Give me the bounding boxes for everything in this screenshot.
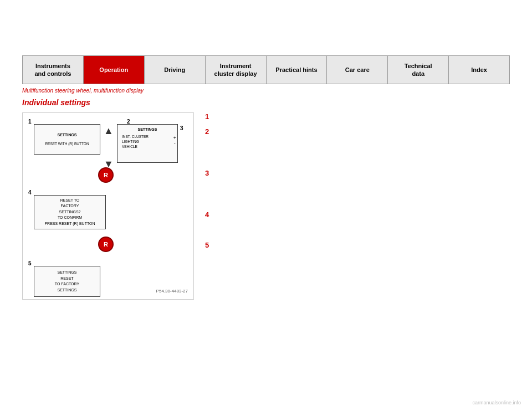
diagram-box: 1 SETTINGS RESET WITH (R) BUTTON 2 ▲ SET… bbox=[22, 112, 194, 300]
screen-1: SETTINGS RESET WITH (R) BUTTON bbox=[34, 124, 100, 155]
step-label-3: 3 bbox=[180, 125, 183, 131]
screen-4: RESET TOFACTORYSETTINGS?TO CONFIRMPRESS … bbox=[34, 195, 106, 229]
nav-item-index[interactable]: Index bbox=[449, 56, 509, 84]
desc-item-4: 4 bbox=[205, 210, 510, 219]
screen-2: SETTINGS INST. CLUSTERLIGHTINGVEHICLE + … bbox=[117, 124, 178, 163]
desc-item-2: 2 bbox=[205, 127, 510, 136]
reset-button-1[interactable]: R bbox=[98, 167, 114, 183]
nav-item-instrument-cluster[interactable]: Instrument cluster display bbox=[206, 56, 267, 84]
screen-5: SETTINGSRESETTO FACTORYSETTINGS bbox=[34, 266, 100, 297]
desc-item-1: 1 bbox=[205, 112, 510, 121]
navigation-bar: Instruments and controls Operation Drivi… bbox=[22, 55, 510, 84]
step-label-4: 4 bbox=[28, 189, 32, 196]
diagram-inner: 1 SETTINGS RESET WITH (R) BUTTON 2 ▲ SET… bbox=[27, 117, 189, 295]
content-area: 1 SETTINGS RESET WITH (R) BUTTON 2 ▲ SET… bbox=[22, 112, 510, 300]
nav-item-operation[interactable]: Operation bbox=[84, 56, 145, 84]
nav-item-car-care[interactable]: Car care bbox=[327, 56, 388, 84]
desc-item-5: 5 bbox=[205, 241, 510, 249]
page-title: Individual settings bbox=[22, 98, 510, 107]
breadcrumb: Multifunction steering wheel, multifunct… bbox=[22, 88, 510, 94]
desc-item-3: 3 bbox=[205, 169, 510, 177]
watermark: carmanualsonline.info bbox=[472, 400, 521, 405]
nav-item-practical-hints[interactable]: Practical hints bbox=[267, 56, 328, 84]
nav-item-instruments[interactable]: Instruments and controls bbox=[23, 56, 84, 84]
nav-item-driving[interactable]: Driving bbox=[145, 56, 206, 84]
step-label-1: 1 bbox=[28, 119, 32, 125]
descriptions-panel: 1 2 3 4 5 bbox=[205, 112, 510, 300]
step-label-5: 5 bbox=[28, 260, 32, 266]
arrow-up-icon: ▲ bbox=[104, 125, 114, 137]
image-reference: P54.30-4483-27 bbox=[156, 289, 188, 294]
reset-button-2[interactable]: R bbox=[98, 237, 114, 252]
nav-item-technical-data[interactable]: Technical data bbox=[388, 56, 449, 84]
